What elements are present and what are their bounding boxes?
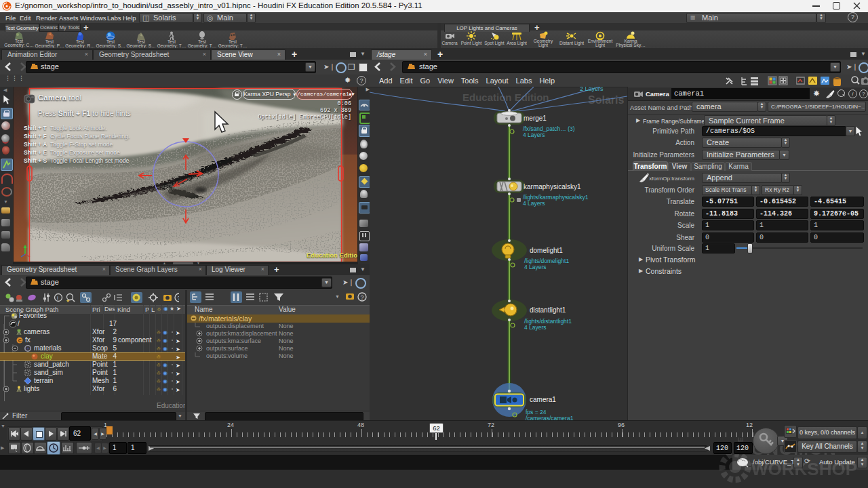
svg-text:?: ? <box>178 295 180 302</box>
svg-text:☃: ☃ <box>156 337 161 344</box>
svg-text:◉: ◉ <box>163 386 167 392</box>
svg-text:C: C <box>18 338 22 343</box>
svg-text:☃: ☃ <box>156 329 161 336</box>
svg-text:➤: ➤ <box>176 346 180 352</box>
svg-text:➤: ➤ <box>176 363 180 369</box>
svg-text:➤: ➤ <box>176 379 180 385</box>
svg-text:☃: ☃ <box>156 386 161 392</box>
svg-text:★: ★ <box>66 298 70 303</box>
svg-text:☃: ☃ <box>156 369 161 376</box>
svg-text:➤: ➤ <box>176 354 180 361</box>
svg-text:☃: ☃ <box>156 353 161 360</box>
svg-text:➤: ➤ <box>176 338 180 344</box>
svg-text:☃: ☃ <box>156 361 161 368</box>
svg-text:☃: ☃ <box>156 345 161 352</box>
svg-text:◉: ◉ <box>163 370 167 376</box>
svg-text:☃: ☃ <box>156 378 161 384</box>
svg-text:➤: ➤ <box>176 330 180 336</box>
svg-text:?: ? <box>361 294 364 301</box>
svg-text:◉: ◉ <box>163 338 167 344</box>
svg-text:➤: ➤ <box>176 387 180 393</box>
svg-text:◉: ◉ <box>163 329 167 336</box>
svg-text:i: i <box>57 295 58 301</box>
svg-text:◉: ◉ <box>163 362 167 368</box>
svg-text:◉: ◉ <box>163 346 167 352</box>
svg-text:➤: ➤ <box>176 371 180 377</box>
svg-text:◉: ◉ <box>163 378 167 384</box>
